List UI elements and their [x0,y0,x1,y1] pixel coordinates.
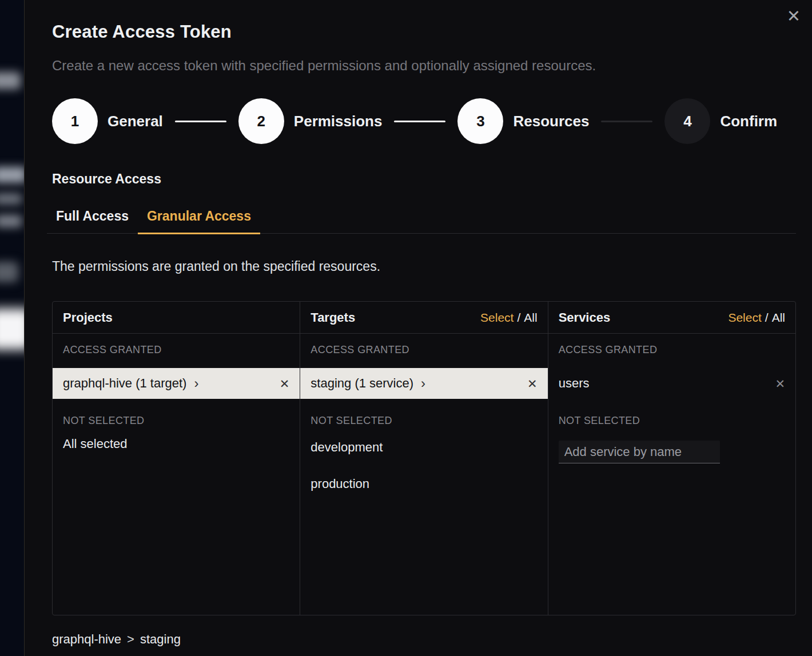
access-granted-label: ACCESS GRANTED [63,344,289,356]
not-selected-label: NOT SELECTED [311,415,537,427]
step-label: General [108,113,163,130]
services-column: Services Select/All ACCESS GRANTED users… [548,302,795,615]
step-number-badge: 3 [457,98,503,144]
breadcrumb-separator: > [127,632,134,647]
add-service-input[interactable] [559,441,720,463]
blurred-text-line [0,167,24,183]
dialog-subtitle: Create a new access token with specified… [52,58,796,74]
granular-access-description: The permissions are granted on the speci… [52,259,796,274]
tab-granular-access[interactable]: Granular Access [138,209,260,234]
step-number-badge: 4 [664,98,710,144]
select-separator: / [517,311,520,324]
step-permissions[interactable]: 2 Permissions [238,98,383,144]
step-resources[interactable]: 3 Resources [457,98,589,144]
blurred-heading [0,72,21,89]
selected-target-row[interactable]: staging (1 service) › ✕ [300,368,547,399]
blurred-icon [0,262,18,282]
step-connector [394,121,445,122]
remove-service-icon[interactable]: ✕ [775,378,785,390]
remove-project-icon[interactable]: ✕ [280,378,290,390]
blurred-text-line [0,193,22,205]
target-option-development[interactable]: development [300,431,547,463]
column-title: Services [559,310,611,325]
breadcrumb: graphql-hive > staging [52,632,796,647]
granted-service-label: users [559,376,590,391]
column-title: Projects [63,310,113,325]
resource-access-heading: Resource Access [52,171,796,187]
step-label: Confirm [720,113,777,130]
step-label: Permissions [294,113,383,130]
step-confirm[interactable]: 4 Confirm [664,98,777,144]
targets-select-all: Select/All [480,311,538,325]
all-selected-note: All selected [63,437,289,451]
selected-project-row[interactable]: graphql-hive (1 target) › ✕ [53,368,300,399]
selected-target-label: staging (1 service) [311,376,413,391]
access-granted-label: ACCESS GRANTED [311,344,537,356]
create-access-token-dialog: ✕ Create Access Token Create a new acces… [24,0,812,656]
not-selected-label: NOT SELECTED [559,415,785,427]
wizard-stepper: 1 General 2 Permissions 3 Resources 4 Co… [52,98,796,144]
not-selected-label: NOT SELECTED [63,415,289,427]
access-mode-tabs: Full Access Granular Access [47,209,796,234]
tab-full-access[interactable]: Full Access [47,209,138,234]
services-select-all: Select/All [728,311,785,325]
projects-column-header: Projects [53,302,300,334]
step-number-badge: 1 [52,98,98,144]
blurred-text-line [0,215,22,227]
services-column-header: Services Select/All [548,302,795,334]
select-link[interactable]: Select [480,311,514,324]
step-label: Resources [513,113,589,130]
step-connector [175,121,226,122]
chevron-right-icon[interactable]: › [421,377,425,390]
page-backdrop [0,0,24,656]
selected-project-label: graphql-hive (1 target) [63,376,186,391]
step-connector [601,121,652,122]
targets-column-header: Targets Select/All [300,302,547,334]
breadcrumb-target: staging [140,632,181,647]
select-link[interactable]: Select [728,311,761,324]
select-separator: / [765,311,769,324]
remove-target-icon[interactable]: ✕ [527,378,538,390]
all-link[interactable]: All [772,311,785,324]
step-number-badge: 2 [238,98,284,144]
blurred-card [0,309,24,350]
granted-service-row[interactable]: users ✕ [548,368,795,399]
dialog-title: Create Access Token [52,22,796,42]
projects-column: Projects ACCESS GRANTED graphql-hive (1 … [53,302,300,615]
resource-picker-table: Projects ACCESS GRANTED graphql-hive (1 … [52,301,796,615]
breadcrumb-project: graphql-hive [52,632,121,647]
targets-column: Targets Select/All ACCESS GRANTED stagin… [300,302,548,615]
target-option-production[interactable]: production [300,468,547,500]
access-granted-label: ACCESS GRANTED [559,344,785,356]
step-general[interactable]: 1 General [52,98,163,144]
all-link[interactable]: All [524,311,537,324]
chevron-right-icon[interactable]: › [194,377,198,390]
column-title: Targets [311,310,355,325]
